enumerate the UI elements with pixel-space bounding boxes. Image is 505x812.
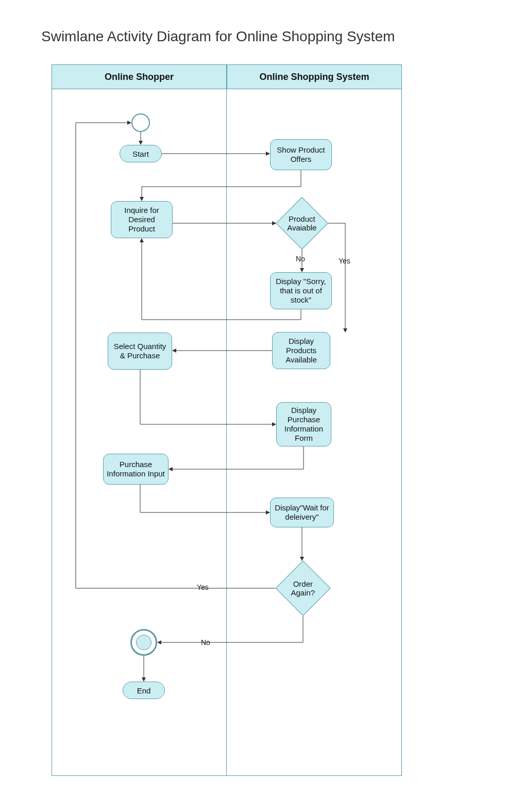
swimlane-diagram: Online Shopper Online Shopping System St… [52, 64, 451, 776]
activity-wait-delivery: Display"Wait for deleivery" [270, 498, 334, 527]
activity-display-products: Display Products Available [272, 332, 330, 369]
label-yes-2: Yes [196, 583, 210, 591]
label-no-2: No [200, 638, 211, 647]
end-pill: End [123, 682, 165, 699]
diagram-title: Swimlane Activity Diagram for Online Sho… [41, 28, 395, 45]
activity-purchase-input: Purchase Information Input [103, 454, 169, 485]
activity-select-quantity: Select Quantity & Purchase [108, 333, 172, 370]
activity-display-form: Display Purchase Information Form [276, 402, 331, 446]
activity-inquire: Inquire for Desired Product [111, 201, 173, 238]
start-node-circle [131, 113, 150, 132]
lane-header-system: Online Shopping System [227, 64, 402, 89]
activity-out-of-stock: Display "Sorry, that is out of stock" [270, 272, 332, 309]
label-no: No [295, 255, 306, 263]
start-pill: Start [120, 145, 162, 162]
lane-body-shopper [52, 89, 227, 776]
label-yes: Yes [338, 257, 351, 265]
activity-show-offers: Show Product Offers [270, 139, 332, 170]
end-node-circle [130, 629, 157, 656]
lane-header-shopper: Online Shopper [52, 64, 227, 89]
